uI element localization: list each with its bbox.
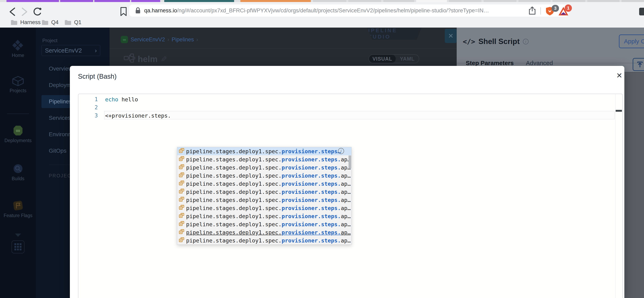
browser-tab[interactable] bbox=[449, 0, 482, 2]
sidebar-item-feature-flags[interactable]: Feature Flags bbox=[0, 200, 36, 218]
feature-flags-icon bbox=[12, 200, 24, 211]
browser-tab-strip[interactable] bbox=[0, 0, 644, 2]
browser-tab[interactable] bbox=[313, 0, 346, 2]
breadcrumb-separator: › bbox=[168, 37, 169, 43]
rewards-badge: 1 bbox=[564, 5, 572, 12]
harness-logo-icon: ∞ bbox=[120, 36, 128, 43]
sidebar-collapse-chevron-icon[interactable] bbox=[14, 233, 22, 237]
field-symbol-icon bbox=[179, 180, 184, 187]
sidebar-item-deployments[interactable]: ∞ Deployments bbox=[0, 125, 36, 143]
browser-tab[interactable] bbox=[131, 0, 160, 2]
browser-tab[interactable] bbox=[60, 0, 93, 2]
project-name: ServiceEnvV2 bbox=[45, 47, 82, 54]
dropdown-scrollbar-thumb[interactable] bbox=[348, 155, 351, 168]
browser-tab[interactable] bbox=[587, 0, 620, 2]
tab-advanced[interactable]: Advanced bbox=[526, 60, 553, 67]
editor-line[interactable]: 3<+provisioner.steps. bbox=[78, 112, 605, 120]
nav-item-label: Pipelines bbox=[49, 98, 72, 105]
tab-step-parameters[interactable]: Step Parameters bbox=[466, 60, 514, 67]
bookmark-folder-harness[interactable]: Harness bbox=[10, 18, 41, 26]
extensions-icon[interactable] bbox=[639, 8, 644, 16]
screen: qa.harness.io/ng/#/account/px7xd_BFRCi-p… bbox=[0, 0, 644, 298]
share-icon[interactable] bbox=[528, 7, 536, 15]
forward-icon[interactable] bbox=[20, 7, 28, 16]
browser-tab[interactable] bbox=[552, 0, 585, 2]
bookmark-icon[interactable] bbox=[120, 7, 127, 16]
suggestion-row[interactable]: pipeline.stages.deploy1.spec.provisioner… bbox=[177, 212, 351, 220]
studio-close-button[interactable]: ✕ bbox=[445, 29, 457, 43]
toggle-visual[interactable]: VISUAL bbox=[369, 55, 396, 63]
bookmark-folder-q1[interactable]: Q1 bbox=[64, 18, 82, 26]
info-icon[interactable]: i bbox=[523, 39, 528, 44]
suggestion-row[interactable]: pipeline.stages.deploy1.spec.provisioner… bbox=[177, 171, 351, 180]
suggestion-row[interactable]: pipeline.stages.deploy1.spec.provisioner… bbox=[177, 188, 351, 196]
deployments-icon: ∞ bbox=[12, 125, 24, 136]
bookmark-folder-q4[interactable]: Q4 bbox=[42, 18, 58, 26]
suggestion-text: pipeline.stages.deploy1.spec.provisioner… bbox=[186, 156, 351, 163]
browser-tab[interactable] bbox=[484, 0, 516, 2]
modal-close-button[interactable]: ✕ bbox=[615, 71, 624, 80]
sidebar-divider bbox=[7, 114, 29, 114]
browser-tab[interactable] bbox=[518, 0, 550, 2]
line-number: 1 bbox=[78, 96, 98, 102]
suggestion-row[interactable]: pipeline.stages.deploy1.spec.provisioner… bbox=[177, 163, 351, 171]
projects-icon bbox=[12, 76, 24, 86]
module-grid-button[interactable] bbox=[12, 240, 24, 253]
url-text[interactable]: qa.harness.io/ng/#/account/px7xd_BFRCi-p… bbox=[144, 8, 529, 14]
bookmark-label: Q4 bbox=[51, 19, 58, 26]
apply-changes-button[interactable]: Apply Ch bbox=[619, 35, 644, 48]
project-selector[interactable]: ServiceEnvV2 › bbox=[42, 45, 100, 56]
bookmarks-bar: Harness Q4 Q1 bbox=[0, 17, 644, 28]
builds-icon bbox=[12, 163, 24, 174]
refresh-icon[interactable] bbox=[32, 7, 42, 17]
step-panel-header: </> Shell Script i bbox=[463, 37, 528, 46]
save-template-button[interactable]: S bbox=[633, 58, 644, 71]
script-code-editor[interactable]: 1echo hello23<+provisioner.steps. pipeli… bbox=[78, 94, 623, 298]
field-symbol-icon bbox=[179, 148, 184, 154]
suggestion-row[interactable]: pipeline.stages.deploy1.spec.provisioner… bbox=[177, 155, 351, 163]
browser-tab[interactable] bbox=[94, 0, 130, 2]
step-panel-title: Shell Script bbox=[478, 37, 520, 46]
url-bar[interactable]: qa.harness.io/ng/#/account/px7xd_BFRCi-p… bbox=[129, 5, 569, 17]
suggestion-text: pipeline.stages.deploy1.spec.provisioner… bbox=[186, 197, 351, 203]
browser-tab[interactable] bbox=[348, 0, 381, 2]
editor-line[interactable]: 2 bbox=[78, 103, 605, 112]
nav-item-label: GitOps bbox=[49, 148, 66, 154]
lock-icon bbox=[135, 7, 141, 14]
suggestion-text: pipeline.stages.deploy1.spec.provisioner… bbox=[186, 213, 351, 219]
suggestion-row[interactable]: pipeline.stages.deploy1.spec.provisioner… bbox=[177, 180, 351, 188]
project-section-label: Project bbox=[42, 38, 58, 43]
breadcrumb-pipelines-link[interactable]: Pipelines bbox=[172, 37, 194, 43]
suggestion-row[interactable]: pipeline.stages.deploy1.spec.provisioner… bbox=[177, 196, 351, 204]
browser-tab[interactable] bbox=[164, 0, 234, 2]
edit-pencil-icon[interactable]: ✎ bbox=[160, 55, 167, 64]
main-nav-sidebar: Home Projects ∞ Deployments bbox=[0, 28, 36, 298]
editor-line[interactable]: 1echo hello bbox=[78, 95, 605, 103]
browser-tab[interactable] bbox=[6, 0, 59, 2]
sidebar-item-builds[interactable]: Builds bbox=[0, 163, 36, 181]
suggestion-row[interactable]: pipeline.stages.deploy1.spec.provisioner… bbox=[177, 220, 351, 228]
overview-ruler-cursor-mark bbox=[616, 110, 622, 112]
browser-tab[interactable] bbox=[622, 0, 644, 2]
sidebar-item-label: Feature Flags bbox=[4, 213, 32, 218]
sidebar-item-label: Builds bbox=[12, 176, 24, 181]
suggestion-info-icon[interactable]: i bbox=[338, 148, 344, 154]
sidebar-item-projects[interactable]: Projects bbox=[0, 76, 36, 94]
field-symbol-icon bbox=[179, 156, 184, 163]
autocomplete-dropdown: pipeline.stages.deploy1.spec.provisioner… bbox=[177, 147, 352, 245]
studio-header-divider bbox=[110, 48, 457, 49]
suggestion-row[interactable]: pipeline.stages.deploy1.spec.provisioner… bbox=[177, 228, 351, 236]
toggle-yaml[interactable]: YAML bbox=[396, 55, 419, 63]
browser-tab[interactable] bbox=[240, 0, 311, 2]
breadcrumb-project-link[interactable]: ServiceEnvV2 bbox=[130, 37, 165, 43]
browser-tab[interactable] bbox=[383, 0, 414, 2]
suggestion-row[interactable]: pipeline.stages.deploy1.spec.provisioner… bbox=[177, 204, 351, 212]
suggestion-row[interactable]: pipeline.stages.deploy1.spec.provisioner… bbox=[177, 147, 351, 155]
field-symbol-icon bbox=[179, 197, 184, 203]
folder-icon bbox=[42, 20, 48, 25]
browser-tab[interactable] bbox=[416, 0, 447, 2]
sidebar-item-home[interactable]: Home bbox=[0, 40, 36, 58]
suggestion-row[interactable]: pipeline.stages.deploy1.spec.provisioner… bbox=[177, 236, 351, 244]
field-symbol-icon bbox=[179, 172, 184, 179]
back-icon[interactable] bbox=[8, 7, 16, 16]
